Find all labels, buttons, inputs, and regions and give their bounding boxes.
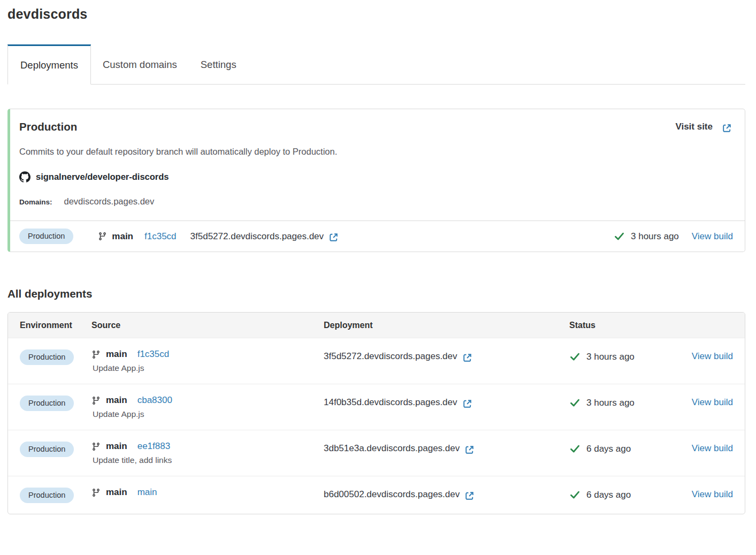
git-branch-icon	[91, 488, 101, 497]
pages-project-page: devdiscords Deployments Custom domains S…	[0, 0, 756, 529]
branch-name: main	[106, 487, 127, 498]
git-branch-icon	[98, 232, 107, 241]
commit-message: Update App.js	[93, 409, 324, 419]
repository-link[interactable]: signalnerve/developer-discords	[19, 171, 732, 183]
branch-name: main	[106, 395, 127, 406]
production-card: Production Visit site Commits to your de…	[7, 109, 745, 252]
commit-link[interactable]: f1c35cd	[138, 349, 170, 360]
column-header-status: Status	[569, 321, 684, 330]
deployment-url[interactable]: b6d00502.devdiscords.pages.dev	[324, 489, 460, 500]
commit-link[interactable]: cba8300	[138, 395, 172, 406]
branch-name: main	[106, 349, 127, 360]
check-icon	[614, 231, 625, 242]
table-row: Production main main b6d00502.devdiscord…	[8, 476, 745, 514]
commit-link[interactable]: main	[138, 487, 157, 498]
external-link-icon[interactable]	[329, 232, 339, 242]
github-icon	[19, 171, 30, 183]
environment-badge: Production	[20, 349, 74, 365]
tab-deployments[interactable]: Deployments	[7, 44, 91, 85]
domains-label: Domains:	[19, 198, 52, 206]
column-header-deployment: Deployment	[324, 321, 569, 330]
external-link-icon[interactable]	[462, 353, 472, 363]
check-icon	[569, 443, 581, 454]
deployment-url[interactable]: 3db51e3a.devdiscords.pages.dev	[324, 443, 460, 454]
table-row: Production main cba8300 Update App.js 14…	[8, 384, 745, 430]
domains-value: devdiscords.pages.dev	[64, 196, 155, 207]
tab-bar: Deployments Custom domains Settings	[7, 44, 745, 85]
external-link-icon[interactable]	[462, 399, 472, 409]
table-row: Production main f1c35cd Update App.js 3f…	[8, 338, 745, 384]
all-deployments-title: All deployments	[7, 287, 745, 300]
table-header-row: Environment Source Deployment Status	[8, 313, 745, 338]
deployment-url[interactable]: 14f0b35d.devdiscords.pages.dev	[324, 397, 457, 408]
deployments-table: Environment Source Deployment Status Pro…	[7, 312, 745, 514]
page-title: devdiscords	[7, 6, 745, 22]
deployment-url[interactable]: 3f5d5272.devdiscords.pages.dev	[190, 231, 324, 242]
deploy-time: 3 hours ago	[586, 352, 635, 362]
column-header-environment: Environment	[20, 321, 91, 330]
view-build-link[interactable]: View build	[692, 443, 733, 453]
git-branch-icon	[91, 442, 101, 451]
visit-site-link[interactable]: Visit site	[675, 121, 732, 132]
production-card-title: Production	[19, 120, 77, 133]
deploy-time: 6 days ago	[586, 444, 631, 454]
deploy-time: 3 hours ago	[586, 398, 635, 408]
table-row: Production main ee1f883 Update title, ad…	[8, 430, 745, 476]
check-icon	[569, 489, 581, 500]
deploy-time: 3 hours ago	[631, 231, 679, 242]
commit-message: Update App.js	[93, 363, 324, 373]
deploy-time: 6 days ago	[586, 490, 631, 500]
check-icon	[569, 397, 581, 408]
view-build-link[interactable]: View build	[692, 351, 733, 361]
environment-badge: Production	[20, 442, 74, 457]
branch-name: main	[106, 441, 127, 452]
production-deployment-row: Production main f1c35cd 3f5d5272.devdisc…	[10, 221, 745, 252]
environment-badge: Production	[20, 396, 74, 411]
column-header-source: Source	[91, 321, 324, 330]
view-build-link[interactable]: View build	[692, 397, 733, 407]
domains-row: Domains: devdiscords.pages.dev	[19, 196, 732, 207]
external-link-icon[interactable]	[464, 491, 475, 501]
view-build-link[interactable]: View build	[692, 231, 733, 242]
external-link-icon[interactable]	[464, 445, 475, 455]
production-description: Commits to your default repository branc…	[19, 147, 732, 157]
external-link-icon	[722, 123, 732, 133]
environment-badge: Production	[20, 488, 74, 503]
commit-message: Update title, add links	[93, 455, 324, 465]
branch-name: main	[112, 231, 133, 242]
environment-badge: Production	[19, 229, 73, 244]
repository-name: signalnerve/developer-discords	[36, 172, 169, 182]
check-icon	[569, 351, 581, 362]
visit-site-label: Visit site	[675, 121, 713, 132]
view-build-link[interactable]: View build	[692, 489, 733, 499]
table-body: Production main f1c35cd Update App.js 3f…	[8, 338, 745, 514]
commit-link[interactable]: f1c35cd	[144, 231, 177, 242]
tab-custom-domains[interactable]: Custom domains	[91, 44, 189, 85]
tab-settings[interactable]: Settings	[189, 44, 248, 85]
deployment-url[interactable]: 3f5d5272.devdiscords.pages.dev	[324, 351, 457, 362]
commit-link[interactable]: ee1f883	[138, 441, 170, 452]
git-branch-icon	[91, 396, 101, 405]
git-branch-icon	[91, 350, 101, 359]
